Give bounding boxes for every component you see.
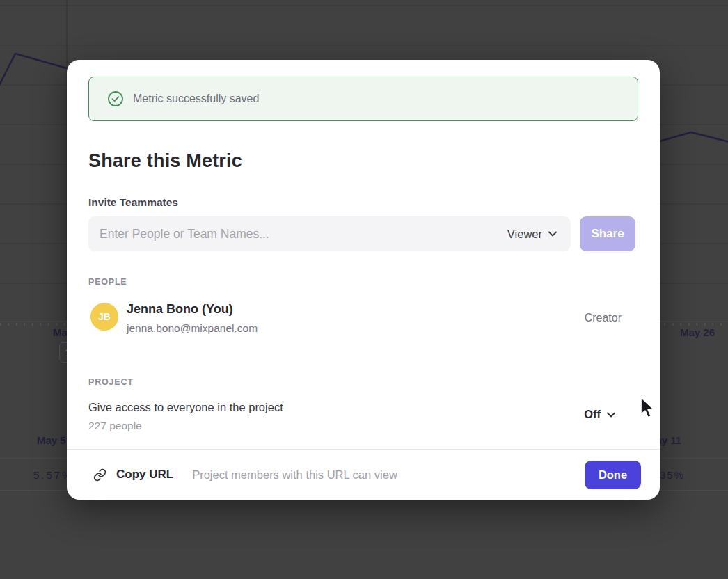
- line-series-right-segment: [660, 132, 728, 142]
- member-email: jenna.bono@mixpanel.com: [127, 322, 258, 335]
- invite-teammates-label: Invite Teammates: [88, 196, 178, 209]
- project-access-title: Give access to everyone in the project: [88, 401, 283, 414]
- role-select-dropdown[interactable]: Viewer: [502, 216, 571, 251]
- toast-message: Metric successfully saved: [133, 93, 259, 105]
- project-section-label: PROJECT: [88, 377, 134, 387]
- done-button[interactable]: Done: [585, 461, 641, 489]
- member-row: JB Jenna Bono (You) jenna.bono@mixpanel.…: [88, 303, 638, 332]
- member-role: Creator: [585, 312, 622, 324]
- bg-table-header-left: May 5: [37, 434, 66, 446]
- mouse-cursor: [640, 397, 658, 423]
- share-url-hint: Project members with this URL can view: [192, 468, 397, 482]
- chevron-down-icon: [607, 412, 615, 418]
- invite-people-input[interactable]: [88, 216, 502, 251]
- role-selected-value: Viewer: [507, 228, 542, 241]
- project-people-count: 227 people: [88, 420, 142, 432]
- chevron-down-icon: [548, 231, 557, 237]
- invite-input-container: Viewer: [88, 216, 571, 251]
- share-metric-modal: Metric successfully saved Share this Met…: [67, 60, 660, 500]
- copy-url-label: Copy URL: [116, 468, 173, 482]
- member-name: Jenna Bono (You): [127, 302, 233, 317]
- people-section-label: PEOPLE: [88, 277, 127, 287]
- success-toast: Metric successfully saved: [88, 77, 638, 121]
- modal-footer: Copy URL Project members with this URL c…: [67, 449, 660, 500]
- copy-url-button[interactable]: Copy URL: [93, 468, 173, 482]
- project-access-dropdown[interactable]: Off: [584, 408, 615, 421]
- check-circle-icon: [107, 90, 124, 107]
- bg-axis-label-right: May 26: [680, 326, 715, 338]
- project-access-value: Off: [584, 408, 601, 421]
- avatar: JB: [90, 303, 118, 331]
- share-button[interactable]: Share: [580, 216, 635, 251]
- link-icon: [93, 468, 106, 482]
- app-screen: May May 26 1 May 5 May 11 5.57% 35% Metr…: [0, 0, 728, 579]
- modal-title: Share this Metric: [88, 150, 242, 172]
- bg-table-value-right: 35%: [660, 469, 685, 481]
